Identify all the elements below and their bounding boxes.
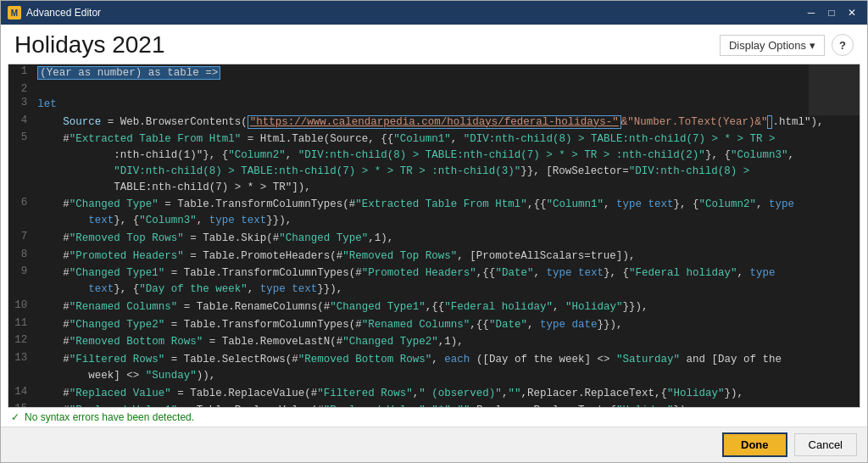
title-bar-controls: ─ □ ✕	[803, 4, 860, 21]
page-title: Holidays 2021	[14, 31, 164, 59]
status-message: No syntax errors have been detected.	[25, 411, 194, 423]
maximize-button[interactable]: □	[823, 4, 840, 21]
table-row: 4 Source = Web.BrowserContents("https://…	[8, 114, 860, 131]
table-row: 1 (Year as number) as table =>	[8, 64, 860, 82]
table-row: 5 #"Extracted Table From Html" = Html.Ta…	[8, 131, 860, 196]
chevron-down-icon: ▾	[810, 39, 815, 52]
table-row: 11 #"Changed Type2" = Table.TransformCol…	[8, 316, 860, 334]
header: Holidays 2021 Display Options ▾ ?	[1, 25, 867, 64]
help-button[interactable]: ?	[832, 34, 854, 56]
table-row: 13 #"Filtered Rows" = Table.SelectRows(#…	[8, 351, 860, 385]
done-button[interactable]: Done	[722, 432, 787, 457]
table-row: 10 #"Renamed Columns" = Table.RenameColu…	[8, 298, 860, 316]
table-row: 7 #"Removed Top Rows" = Table.Skip(#"Cha…	[8, 230, 860, 248]
table-row: 3 let	[8, 96, 860, 114]
table-row: 2	[8, 82, 860, 96]
cancel-button[interactable]: Cancel	[794, 433, 857, 456]
footer: Done Cancel	[1, 427, 867, 462]
check-icon: ✓	[11, 411, 19, 423]
status-bar: ✓ No syntax errors have been detected.	[1, 408, 867, 427]
header-right: Display Options ▾ ?	[720, 34, 854, 56]
table-row: 15 #"Replaced Value1" = Table.ReplaceVal…	[8, 402, 860, 408]
title-bar: M Advanced Editor ─ □ ✕	[1, 1, 867, 25]
window: M Advanced Editor ─ □ ✕ Holidays 2021 Di…	[0, 0, 868, 463]
table-row: 9 #"Changed Type1" = Table.TransformColu…	[8, 265, 860, 298]
title-bar-left: M Advanced Editor	[8, 6, 101, 20]
table-row: 8 #"Promoted Headers" = Table.PromoteHea…	[8, 248, 860, 265]
editor-area[interactable]: 1 (Year as number) as table => 2 3 let 4…	[8, 64, 860, 408]
table-row: 6 #"Changed Type" = Table.TransformColum…	[8, 196, 860, 230]
window-title: Advanced Editor	[26, 7, 101, 19]
display-options-button[interactable]: Display Options ▾	[720, 35, 825, 56]
table-row: 12 #"Removed Bottom Rows" = Table.Remove…	[8, 333, 860, 351]
minimize-button[interactable]: ─	[803, 4, 820, 21]
code-table: 1 (Year as number) as table => 2 3 let 4…	[8, 64, 860, 408]
close-button[interactable]: ✕	[843, 4, 860, 21]
table-row: 14 #"Replaced Value" = Table.ReplaceValu…	[8, 385, 860, 403]
app-icon: M	[8, 6, 21, 20]
minimap	[809, 64, 860, 115]
